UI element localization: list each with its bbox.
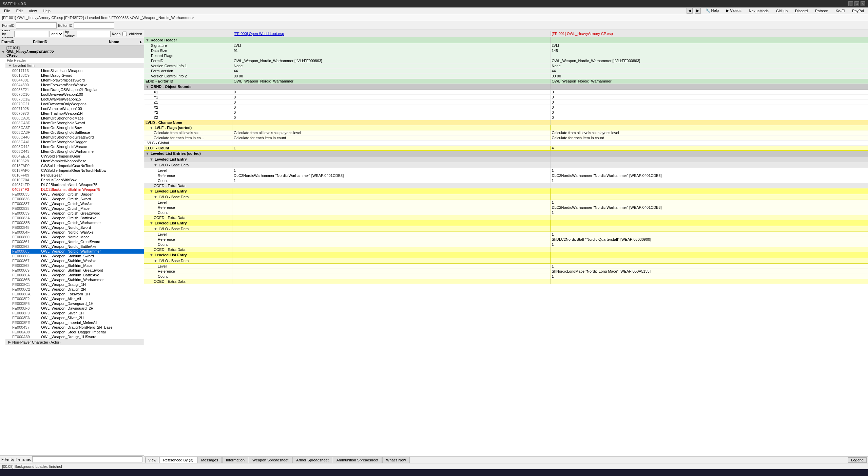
list-item[interactable]: 0004EE61CWSoldierImperialGear [11, 154, 144, 159]
npc-group-header[interactable]: ▶Non-Player Character (Actor) [5, 339, 144, 345]
list-item[interactable]: 0010F70APentlusGearWithBow [11, 178, 144, 182]
list-item[interactable]: FE00086AOWL_Weapon_Stahlrim_BattleAxe [11, 273, 144, 277]
filter-by-name-input[interactable] [14, 31, 48, 37]
nav-prev-button[interactable]: ◀ [687, 8, 693, 14]
file-header-item[interactable]: File Header [5, 58, 144, 63]
list-item[interactable]: FE00086BOWL_Weapon_Stahlrim_Warhammer [11, 277, 144, 282]
tab-ammunition-spreadsheet[interactable]: Ammunition Spreadsheet [333, 457, 382, 463]
list-item[interactable]: FE0008FEOWL_Weapon_Imperial_MeleeAll [11, 320, 144, 325]
patreon-icon[interactable]: Patreon [812, 8, 831, 14]
menu-help[interactable]: Help [40, 8, 53, 14]
list-item[interactable]: 00071028LootVampireWeapon100 [11, 106, 144, 111]
list-item[interactable]: FE000A39OWL_Weapon_Draugr_1HSword [11, 334, 144, 339]
list-item[interactable]: 00070C21LootDwarvenOnlyWeapons [11, 102, 144, 106]
list-item[interactable]: 00017113LItemSilverHandWeapon [11, 68, 144, 73]
right-col2-header[interactable]: [FE 001] OWL_HeavyArmory CP.esp [551, 31, 868, 36]
list-item[interactable]: 0018FAF0CWSoldierImperialGearNoTorchNoBo… [11, 168, 144, 173]
list-item[interactable]: FE00084FOWL_Weapon_Nordic_WarAxe [11, 230, 144, 235]
list-item[interactable]: FE0008FAOWL_Weapon_Silver_2H [11, 315, 144, 320]
list-item[interactable]: FE00083BOWL_Weapon_Orcish_Warhammer [11, 220, 144, 225]
list-item[interactable]: 00070C1ELootDwarvenWeapon15 [11, 97, 144, 102]
help-icon[interactable]: 🔧 Help [703, 8, 722, 14]
list-item[interactable]: FE000860OWL_Weapon_Nordic_Mace [11, 235, 144, 239]
close-button[interactable]: ✕ [861, 1, 865, 6]
lle2-header: ▼Leveled List Entry [144, 188, 868, 194]
list-item[interactable]: 00044390LItemForswornBossWarAxe [11, 83, 144, 87]
list-item[interactable]: 00070970LItemThalmorWeapon1H [11, 111, 144, 116]
tab-armor-spreadsheet[interactable]: Armor Spreadsheet [292, 457, 332, 463]
list-item[interactable]: 00109628LItemVampireWeaponBase [11, 159, 144, 163]
list-item[interactable]: 0008C443LItemOrcStrongholdWarhammer [11, 149, 144, 154]
list-item[interactable]: FE000836OWL_Weapon_Orcish_Sword [11, 197, 144, 201]
list-item[interactable]: FE000437OWL_Weapon_DraugrNordHero_2H_Bas… [11, 325, 144, 330]
tab-whats-new[interactable]: What's New [382, 457, 409, 463]
list-item[interactable]: FE0008C1OWL_Weapon_Draugr_1H [11, 282, 144, 287]
list-item[interactable]: FE0008F6OWL_Weapon_Dawnguard_2H [11, 306, 144, 311]
tab-weapon-spreadsheet[interactable]: Weapon Spreadsheet [249, 457, 292, 463]
minimize-button[interactable]: _ [848, 1, 853, 6]
legend-button[interactable]: Legend [848, 457, 867, 463]
list-item[interactable]: 040374F3DLC2BlacksmithStalrhimWeapon75 [11, 187, 144, 192]
list-item[interactable]: FE000862OWL_Weapon_Nordic_BattleAxe [11, 244, 144, 249]
leveled-item-group[interactable]: ▼Leveled Item [5, 63, 144, 68]
list-item[interactable]: FE0008C2OWL_Weapon_Draugr_2H [11, 287, 144, 292]
lle1-level-row: Level 1 1 [144, 168, 868, 173]
and-select[interactable]: and [50, 31, 63, 37]
lle3-ref-row: Reference ShDLC2NordicStaff "Nordic Quar… [144, 237, 868, 242]
list-item[interactable]: 0008CA3FLItemOrcStrongholdBattleaxe [11, 130, 144, 135]
list-item[interactable]: 0010FF09PentlusGear [11, 173, 144, 178]
list-item[interactable]: 0008CA3CLItemOrcStrongholdMace [11, 116, 144, 121]
list-item[interactable]: FE000845OWL_Weapon_Nordic_Sword [11, 225, 144, 230]
paypal-icon[interactable]: PayPal [849, 8, 867, 14]
maximize-button[interactable]: □ [854, 1, 859, 6]
list-item[interactable]: 0008CA3DLItemOrcStrongholdSword [11, 121, 144, 125]
tab-referenced-by[interactable]: Referenced By (3) [159, 457, 197, 463]
list-item[interactable]: 0008CA41LItemOrcStrongholdDagger [11, 140, 144, 144]
right-col1-header[interactable]: [FE 000] Open World Loot.esp [232, 31, 551, 36]
menu-file[interactable]: File [1, 8, 13, 14]
menu-edit[interactable]: Edit [14, 8, 25, 14]
github-icon[interactable]: GitHub [773, 8, 790, 14]
formid-input[interactable] [16, 22, 57, 29]
list-item[interactable]: FE0008F9OWL_Weapon_Silver_1H [11, 311, 144, 315]
videos-icon[interactable]: ▶ Videos [724, 8, 744, 14]
tab-information[interactable]: Information [222, 457, 248, 463]
list-item[interactable]: 00044301LItemForswornBossSword [11, 78, 144, 83]
list-item[interactable]: FE0008F2OWL_Weapon_Alkir_All [11, 296, 144, 301]
by-value-input[interactable] [77, 31, 111, 37]
list-item[interactable]: FE000838OWL_Weapon_Orcish_Mace [11, 206, 144, 211]
list-item[interactable]: FE000837OWL_Weapon_Orcish_WarAxe [11, 201, 144, 206]
nexusmods-icon[interactable]: NexusMods [746, 8, 771, 14]
list-item[interactable]: 00070C10LootDwarvenWeapon100 [11, 92, 144, 97]
kofi-icon[interactable]: Ko-Fi [833, 8, 847, 14]
menu-view[interactable]: View [26, 8, 40, 14]
list-item[interactable]: FE000835OWL_Weapon_Orcish_Dagger [11, 192, 144, 197]
nav-next-button[interactable]: ▶ [695, 8, 701, 14]
list-item[interactable]: FE000861OWL_Weapon_Nordic_GreatSword [11, 239, 144, 244]
list-item[interactable]: FE000869OWL_Weapon_Stahlrim_GreatSword [11, 268, 144, 273]
list-item[interactable]: FE000868OWL_Weapon_Stahlrim_Mace [11, 263, 144, 268]
list-item[interactable]: FE00083AOWL_Weapon_Orcish_BattleAxe [11, 216, 144, 220]
scroll-up-button[interactable]: ▲ [139, 40, 142, 44]
view-button[interactable]: View [146, 457, 159, 463]
discord-icon[interactable]: Discord [792, 8, 810, 14]
list-item[interactable]: FE000866OWL_Weapon_Stahlrim_Sword [11, 254, 144, 258]
selected-list-item[interactable]: FE000863OWL_Weapon_Nordic_Warhammer [11, 249, 144, 254]
list-item[interactable]: 040374FDDLC2BlacksmithNordicWeapon75 [11, 182, 144, 187]
list-item[interactable]: FE0008F5OWL_Weapon_Dawnguard_1H [11, 301, 144, 306]
list-item[interactable]: FE000A38OWL_Weapon_Steel_Dagger_Imperial [11, 330, 144, 334]
list-item[interactable]: 0018FAF0CWSoldierImperialGearNoTorch [11, 163, 144, 168]
editorid-input[interactable] [74, 22, 114, 29]
file-group-header[interactable]: ▼ [FE 001] OWL_HeavyArmory CP.esp E4F48E… [0, 45, 144, 58]
list-item[interactable]: FE0008CAOWL_Weapon_Forsworn_1H [11, 292, 144, 296]
list-item[interactable]: 0008C440LItemOrcStrongholdGreatsword [11, 135, 144, 140]
list-item[interactable]: FE000839OWL_Weapon_Orcish_GreatSword [11, 211, 144, 216]
children-checkbox[interactable] [122, 32, 127, 36]
filter-filename-input[interactable] [32, 456, 142, 462]
list-item[interactable]: 000183C9LItemDraugrSword [11, 73, 144, 78]
list-item[interactable]: 0008CA3ELItemOrcStrongholdBow [11, 125, 144, 130]
list-item[interactable]: 00058F21LItemDraugOSWeapon2HRegular [11, 87, 144, 92]
tab-messages[interactable]: Messages [197, 457, 222, 463]
list-item[interactable]: 0008C442LItemOrcStrongholdWaraxe [11, 144, 144, 149]
list-item[interactable]: FE000867OWL_Weapon_Stahlrim_WarAxe [11, 258, 144, 263]
